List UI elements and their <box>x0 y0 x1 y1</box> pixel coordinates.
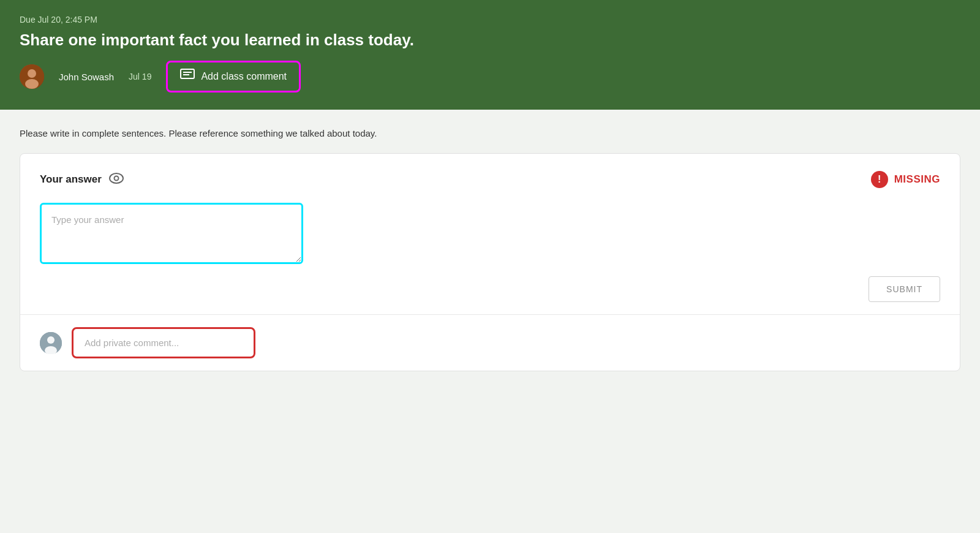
answer-input-area <box>40 203 940 266</box>
add-class-comment-button[interactable]: Add class comment <box>166 61 301 93</box>
svg-point-7 <box>114 176 118 180</box>
due-date: Due Jul 20, 2:45 PM <box>20 15 960 25</box>
avatar <box>20 64 44 89</box>
author-name: John Sowash <box>59 72 114 82</box>
user-avatar <box>40 332 62 354</box>
answer-label-row: Your answer <box>40 173 124 187</box>
eye-icon <box>109 173 124 187</box>
missing-icon: ! <box>871 171 888 188</box>
submit-button[interactable]: SUBMIT <box>869 276 940 302</box>
header-meta: John Sowash Jul 19 Add class comment <box>20 61 960 93</box>
answer-card: Your answer ! MISSING SUBMIT <box>20 153 960 371</box>
answer-section: Your answer ! MISSING SUBMIT <box>20 154 960 314</box>
svg-point-2 <box>25 79 39 89</box>
svg-point-1 <box>28 69 36 78</box>
private-comment-input[interactable] <box>72 327 255 358</box>
comment-icon <box>180 69 195 85</box>
missing-badge: ! MISSING <box>871 171 940 188</box>
submit-row: SUBMIT <box>40 276 940 302</box>
answer-header: Your answer ! MISSING <box>40 171 940 188</box>
add-class-comment-label: Add class comment <box>201 71 287 82</box>
question-title: Share one important fact you learned in … <box>20 31 960 50</box>
instructions-text: Please write in complete sentences. Plea… <box>20 128 960 138</box>
answer-label: Your answer <box>40 173 102 186</box>
svg-point-9 <box>47 336 55 344</box>
answer-input[interactable] <box>40 203 303 264</box>
svg-rect-3 <box>181 69 194 78</box>
post-date: Jul 19 <box>129 72 151 81</box>
missing-text: MISSING <box>894 173 940 186</box>
private-comment-section <box>20 314 960 371</box>
main-content: Please write in complete sentences. Plea… <box>0 110 980 390</box>
svg-point-6 <box>110 173 123 183</box>
page-header: Due Jul 20, 2:45 PM Share one important … <box>0 0 980 110</box>
